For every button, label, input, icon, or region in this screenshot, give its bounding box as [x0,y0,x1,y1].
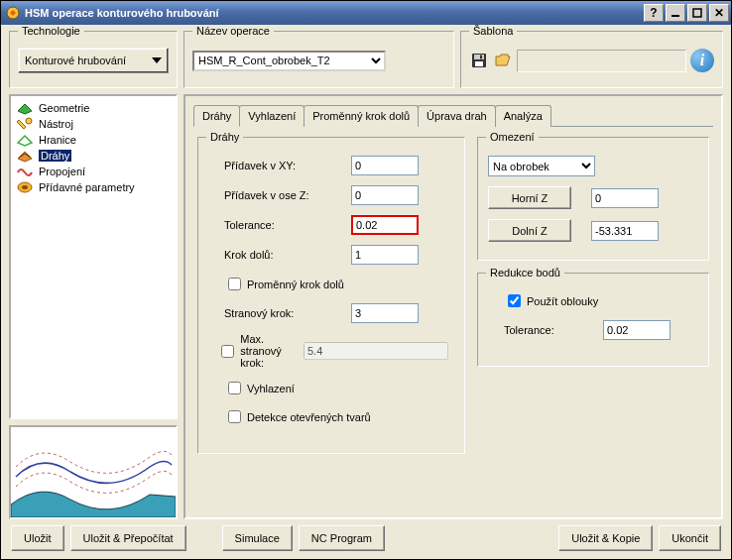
max-stranovy-input [304,342,448,360]
boundary-icon [15,133,35,147]
technology-group: Technologie Konturové hrubování [9,31,178,88]
tolerance-label: Tolerance: [224,219,351,231]
nav-label: Geometrie [39,102,89,114]
nav-nastroj[interactable]: Nástroj [13,116,174,132]
pridavek-xy-label: Přídavek v XY: [224,160,351,171]
stranovy-krok-label: Stranový krok: [224,307,351,319]
drahy-group: Dráhy Přídavek v XY: Přídavek v ose Z: T… [197,137,465,454]
tab-vyhlazeni[interactable]: Vyhlazení [239,105,305,127]
nav-propojeni[interactable]: Propojení [13,164,174,179]
pridavek-z-label: Přídavek v ose Z: [224,189,351,201]
svg-rect-1 [671,15,679,17]
vyhlazeni-checkbox[interactable]: Vyhlazení [208,379,454,397]
ulozit-prepocitat-button[interactable]: Uložit & Přepočítat [70,525,186,551]
dolni-z-input[interactable] [591,221,659,241]
ulozit-button[interactable]: Uložit [11,525,64,551]
tab-promenny[interactable]: Proměnný krok dolů [304,105,419,127]
folder-open-icon [495,53,511,68]
close-button[interactable]: ✕ [709,4,729,22]
main-panel: Dráhy Vyhlazení Proměnný krok dolů Úprav… [183,94,723,519]
nav-tree: Geometrie Nástroj Hranice Dráhy [9,94,178,419]
svg-rect-4 [474,55,484,59]
chevron-down-icon [152,57,162,63]
redukce-group: Redukce bodů Použít oblouky Tolerance: [477,273,709,367]
maximize-button[interactable] [687,4,707,22]
params-icon [15,180,35,194]
info-button[interactable]: i [690,49,714,72]
geometry-icon [15,101,35,115]
pouzit-oblouky-checkbox[interactable]: Použít oblouky [488,291,698,310]
template-field[interactable] [517,50,686,72]
svg-rect-5 [475,61,483,66]
app-icon [5,5,21,21]
template-legend: Šablona [469,25,517,37]
simulace-button[interactable]: Simulace [222,525,293,551]
nav-pridavne[interactable]: Přídavné parametry [13,179,174,195]
operation-name-group: Název operace HSM_R_Cont_obrobek_T2 [183,31,454,88]
svg-point-7 [26,118,32,124]
window-title: HSM operace konturového hrubování [25,7,644,19]
preview-panel [9,425,178,519]
tolerance-input[interactable] [351,215,419,235]
tab-drahy[interactable]: Dráhy [193,105,240,127]
krok-dolu-label: Krok dolů: [224,249,351,261]
ulozit-kopie-button[interactable]: Uložit & Kopie [558,525,653,551]
link-icon [15,165,35,178]
nav-label: Propojení [39,166,85,177]
help-button[interactable]: ? [644,4,664,22]
omezeni-legend: Omezení [486,131,539,143]
nav-label: Přídavné parametry [39,181,135,193]
nc-program-button[interactable]: NC Program [299,525,385,551]
dolni-z-button[interactable]: Dolní Z [488,219,571,242]
titlebar: HSM operace konturového hrubování ? ✕ [1,1,731,25]
template-group: Šablona i [460,31,723,88]
operation-name-legend: Název operace [192,25,274,37]
redukce-legend: Redukce bodů [486,267,564,279]
max-stranovy-checkbox[interactable]: Max. stranový krok: [208,333,454,369]
nav-label: Hranice [39,134,76,146]
svg-point-9 [22,185,28,189]
tool-icon [15,117,35,131]
technology-dropdown[interactable]: Konturové hrubování [18,48,169,73]
detekce-checkbox[interactable]: Detekce otevřených tvarů [208,407,454,426]
krok-dolu-input[interactable] [351,245,419,265]
horni-z-button[interactable]: Horní Z [488,186,571,209]
save-template-button[interactable] [469,51,489,70]
redukce-tolerance-label: Tolerance: [504,324,603,336]
technology-legend: Technologie [18,25,84,37]
nav-geometrie[interactable]: Geometrie [13,100,174,116]
tab-analyza[interactable]: Analýza [495,105,551,127]
omezeni-group: Omezení Na obrobek Horní Z Dolní Z [477,137,709,261]
nav-hranice[interactable]: Hranice [13,132,174,148]
promenny-krok-checkbox[interactable]: Proměnný krok dolů [208,275,454,293]
operation-name-select[interactable]: HSM_R_Cont_obrobek_T2 [192,51,386,71]
omezeni-dropdown[interactable]: Na obrobek [488,156,595,176]
pridavek-xy-input[interactable] [351,156,419,175]
nav-label: Nástroj [39,118,73,130]
floppy-icon [471,53,487,68]
drahy-legend: Dráhy [206,131,243,143]
stranovy-krok-input[interactable] [351,303,419,323]
nav-drahy[interactable]: Dráhy [13,148,174,164]
open-template-button[interactable] [493,51,513,70]
tab-uprava[interactable]: Úprava drah [418,105,496,127]
horni-z-input[interactable] [591,188,659,208]
pridavek-z-input[interactable] [351,185,419,205]
svg-rect-2 [693,9,701,17]
minimize-button[interactable] [666,4,685,22]
ukoncit-button[interactable]: Ukončit [659,525,721,551]
svg-rect-6 [480,56,482,59]
paths-icon [15,149,35,163]
tab-bar: Dráhy Vyhlazení Proměnný krok dolů Úprav… [193,104,713,127]
technology-value: Konturové hrubování [25,55,126,66]
nav-label: Dráhy [39,150,71,162]
redukce-tolerance-input[interactable] [603,320,671,340]
